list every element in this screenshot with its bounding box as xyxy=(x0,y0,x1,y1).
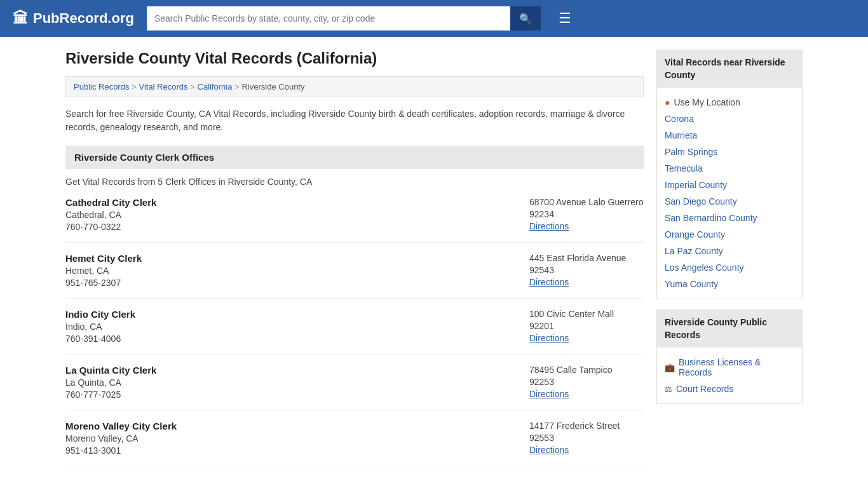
breadcrumb-riverside-county: Riverside County xyxy=(241,82,304,92)
clerk-right: 78495 Calle Tampico 92253 Directions xyxy=(529,365,644,400)
search-icon: 🔍 xyxy=(519,13,532,25)
sidebar-nearby-item[interactable]: Palm Springs xyxy=(665,144,794,160)
breadcrumb: Public Records > Vital Records > Califor… xyxy=(65,76,644,97)
public-records-header: Riverside County Public Records xyxy=(657,310,802,348)
vital-records-nearby-header: Vital Records near Riverside County xyxy=(657,50,802,88)
menu-button[interactable]: ☰ xyxy=(553,8,576,29)
clerk-left: Indio City Clerk Indio, CA 760-391-4006 xyxy=(65,309,135,344)
directions-link[interactable]: Directions xyxy=(529,333,569,343)
clerk-left: La Quinta City Clerk La Quinta, CA 760-7… xyxy=(65,365,156,400)
clerk-list: Cathedral City Clerk Cathedral, CA 760-7… xyxy=(65,197,644,466)
search-area: 🔍 xyxy=(147,6,541,30)
sidebar-nearby-item[interactable]: Imperial County xyxy=(665,177,794,193)
clerk-zip: 92543 xyxy=(529,265,644,275)
clerk-left: Cathedral City Clerk Cathedral, CA 760-7… xyxy=(65,197,156,232)
sidebar-nearby-item[interactable]: Orange County xyxy=(665,226,794,243)
search-input[interactable] xyxy=(147,6,510,30)
logo[interactable]: 🏛 PubRecord.org xyxy=(13,10,134,27)
clerk-right: 445 East Florida Avenue 92543 Directions xyxy=(529,253,644,288)
pr-list: 💼Business Licenses & Records⚖Court Recor… xyxy=(665,354,794,397)
directions-link[interactable]: Directions xyxy=(529,389,569,399)
use-my-location[interactable]: ● Use My Location xyxy=(665,94,794,111)
clerk-address: 100 Civic Center Mall xyxy=(529,309,644,319)
clerk-address: 14177 Frederick Street xyxy=(529,421,644,431)
clerk-phone: 951-413-3001 xyxy=(65,445,177,456)
breadcrumb-sep-2: > xyxy=(191,83,195,92)
clerk-city: La Quinta, CA xyxy=(65,377,156,388)
clerk-name[interactable]: Cathedral City Clerk xyxy=(65,197,156,208)
clerk-name[interactable]: Indio City Clerk xyxy=(65,309,135,320)
sidebar-pr-item[interactable]: ⚖Court Records xyxy=(665,381,794,397)
clerk-phone: 951-765-2307 xyxy=(65,278,142,288)
clerk-entry: Cathedral City Clerk Cathedral, CA 760-7… xyxy=(65,197,644,243)
main-content: Riverside County Vital Records (Californ… xyxy=(65,50,644,477)
logo-icon: 🏛 xyxy=(13,10,28,27)
breadcrumb-sep-1: > xyxy=(132,83,136,92)
vital-records-nearby-box: Vital Records near Riverside County ● Us… xyxy=(656,50,803,299)
pr-icon: 💼 xyxy=(665,363,675,372)
use-my-location-label: Use My Location xyxy=(674,97,740,107)
page-body: Riverside County Vital Records (Californ… xyxy=(53,37,815,488)
clerk-city: Indio, CA xyxy=(65,322,135,332)
clerk-city: Cathedral, CA xyxy=(65,210,156,220)
clerk-zip: 92253 xyxy=(529,377,644,387)
directions-link[interactable]: Directions xyxy=(529,277,569,287)
clerk-phone: 760-777-7025 xyxy=(65,390,156,400)
public-records-box: Riverside County Public Records 💼Busines… xyxy=(656,309,803,404)
sidebar-nearby-item[interactable]: Corona xyxy=(665,111,794,127)
sidebar-nearby-item[interactable]: Yuma County xyxy=(665,276,794,292)
sidebar-nearby-item[interactable]: La Paz County xyxy=(665,243,794,259)
search-button[interactable]: 🔍 xyxy=(510,6,541,30)
pr-label: Court Records xyxy=(676,384,733,394)
clerk-zip: 92553 xyxy=(529,433,644,443)
clerk-name[interactable]: La Quinta City Clerk xyxy=(65,365,156,376)
section-header: Riverside County Clerk Offices xyxy=(65,146,644,169)
page-title: Riverside County Vital Records (Californ… xyxy=(65,50,644,67)
clerk-right: 100 Civic Center Mall 92201 Directions xyxy=(529,309,644,344)
clerk-phone: 760-391-4006 xyxy=(65,334,135,344)
clerk-address: 68700 Avenue Lalo Guerrero xyxy=(529,197,644,207)
directions-link[interactable]: Directions xyxy=(529,221,569,231)
sidebar: Vital Records near Riverside County ● Us… xyxy=(656,50,803,477)
hamburger-icon: ☰ xyxy=(559,10,571,26)
sub-description: Get Vital Records from 5 Clerk Offices i… xyxy=(65,177,644,187)
pr-icon: ⚖ xyxy=(665,384,672,394)
sidebar-nearby-item[interactable]: San Diego County xyxy=(665,193,794,210)
sidebar-nearby-item[interactable]: Temecula xyxy=(665,160,794,177)
breadcrumb-vital-records[interactable]: Vital Records xyxy=(139,82,187,92)
nearby-list: CoronaMurrietaPalm SpringsTemeculaImperi… xyxy=(665,111,794,292)
sidebar-nearby-item[interactable]: Los Angeles County xyxy=(665,259,794,276)
logo-text: PubRecord.org xyxy=(33,10,134,27)
clerk-city: Hemet, CA xyxy=(65,266,142,276)
clerk-left: Hemet City Clerk Hemet, CA 951-765-2307 xyxy=(65,253,142,288)
public-records-body: 💼Business Licenses & Records⚖Court Recor… xyxy=(657,348,802,403)
clerk-left: Moreno Valley City Clerk Moreno Valley, … xyxy=(65,421,177,456)
clerk-address: 78495 Calle Tampico xyxy=(529,365,644,375)
breadcrumb-public-records[interactable]: Public Records xyxy=(74,82,129,92)
description: Search for free Riverside County, CA Vit… xyxy=(65,107,644,134)
pr-label: Business Licenses & Records xyxy=(679,357,794,377)
sidebar-nearby-item[interactable]: Murrieta xyxy=(665,127,794,144)
breadcrumb-sep-3: > xyxy=(234,83,239,92)
clerk-zip: 92234 xyxy=(529,209,644,219)
clerk-entry: La Quinta City Clerk La Quinta, CA 760-7… xyxy=(65,365,644,410)
sidebar-pr-item[interactable]: 💼Business Licenses & Records xyxy=(665,354,794,381)
clerk-name[interactable]: Moreno Valley City Clerk xyxy=(65,421,177,431)
vital-records-nearby-body: ● Use My Location CoronaMurrietaPalm Spr… xyxy=(657,88,802,299)
clerk-name[interactable]: Hemet City Clerk xyxy=(65,253,142,264)
breadcrumb-california[interactable]: California xyxy=(198,82,233,92)
clerk-zip: 92201 xyxy=(529,321,644,331)
clerk-right: 68700 Avenue Lalo Guerrero 92234 Directi… xyxy=(529,197,644,232)
sidebar-nearby-item[interactable]: San Bernardino County xyxy=(665,210,794,226)
site-header: 🏛 PubRecord.org 🔍 ☰ xyxy=(0,0,868,37)
directions-link[interactable]: Directions xyxy=(529,445,569,455)
clerk-entry: Indio City Clerk Indio, CA 760-391-4006 … xyxy=(65,309,644,355)
clerk-entry: Moreno Valley City Clerk Moreno Valley, … xyxy=(65,421,644,466)
clerk-right: 14177 Frederick Street 92553 Directions xyxy=(529,421,644,456)
clerk-entry: Hemet City Clerk Hemet, CA 951-765-2307 … xyxy=(65,253,644,299)
clerk-city: Moreno Valley, CA xyxy=(65,433,177,444)
location-icon: ● xyxy=(665,97,670,107)
clerk-address: 445 East Florida Avenue xyxy=(529,253,644,263)
clerk-phone: 760-770-0322 xyxy=(65,222,156,232)
